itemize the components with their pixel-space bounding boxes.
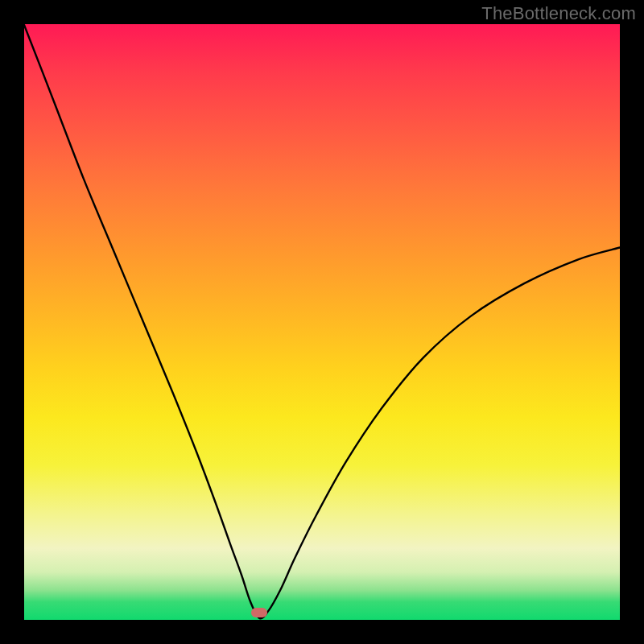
curve-path — [24, 25, 620, 618]
plot-area — [24, 24, 620, 620]
watermark-text: TheBottleneck.com — [481, 3, 636, 24]
chart-frame: TheBottleneck.com — [0, 0, 644, 644]
bottleneck-curve — [24, 24, 620, 620]
optimal-marker — [251, 608, 267, 617]
